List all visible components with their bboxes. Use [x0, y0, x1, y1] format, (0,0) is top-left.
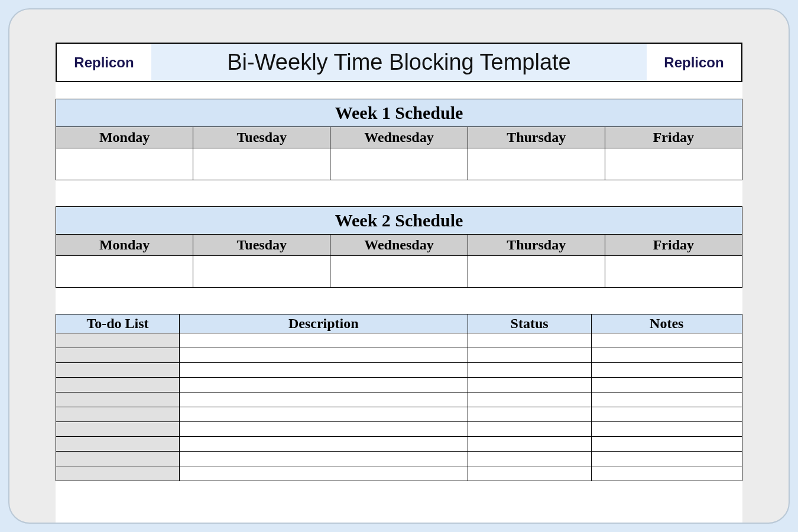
table-row [56, 437, 742, 452]
todo-cell[interactable] [591, 452, 742, 466]
todo-cell[interactable] [591, 348, 742, 363]
todo-cell[interactable] [591, 378, 742, 392]
brand-logo-left: Replicon [57, 44, 151, 81]
table-row [56, 333, 742, 348]
week1-cell-monday[interactable] [56, 148, 193, 180]
todo-cell[interactable] [468, 422, 591, 437]
todo-cell[interactable] [56, 333, 180, 348]
todo-cell[interactable] [56, 437, 180, 452]
todo-cell[interactable] [179, 363, 468, 378]
table-row [56, 348, 742, 363]
week2-day-wednesday: Wednesday [330, 235, 468, 256]
table-row [56, 452, 742, 466]
page-title: Bi-Weekly Time Blocking Template [151, 44, 647, 81]
week1-heading: Week 1 Schedule [56, 99, 742, 127]
todo-cell[interactable] [468, 466, 591, 481]
todo-cell[interactable] [56, 407, 180, 422]
todo-cell[interactable] [179, 422, 468, 437]
week1-day-wednesday: Wednesday [330, 127, 468, 148]
todo-cell[interactable] [179, 407, 468, 422]
todo-cell[interactable] [468, 378, 591, 392]
todo-cell[interactable] [591, 363, 742, 378]
table-row [56, 466, 742, 481]
todo-cell[interactable] [179, 452, 468, 466]
week1-day-tuesday: Tuesday [193, 127, 330, 148]
todo-cell[interactable] [591, 392, 742, 407]
todo-cell[interactable] [468, 452, 591, 466]
todo-cell[interactable] [591, 333, 742, 348]
todo-cell[interactable] [179, 437, 468, 452]
week2-cell-wednesday[interactable] [330, 256, 468, 288]
table-row [56, 407, 742, 422]
week2-table: Week 2 Schedule Monday Tuesday Wednesday… [56, 206, 742, 288]
todo-cell[interactable] [468, 333, 591, 348]
brand-logo-right: Replicon [647, 44, 741, 81]
todo-col-description: Description [179, 314, 468, 333]
todo-cell[interactable] [56, 422, 180, 437]
todo-cell[interactable] [591, 437, 742, 452]
week2-day-monday: Monday [56, 235, 193, 256]
page-surface: Replicon Bi-Weekly Time Blocking Templat… [56, 43, 742, 523]
title-bar: Replicon Bi-Weekly Time Blocking Templat… [56, 43, 742, 82]
todo-cell[interactable] [56, 466, 180, 481]
table-row [56, 422, 742, 437]
week2-day-friday: Friday [605, 235, 742, 256]
todo-cell[interactable] [56, 348, 180, 363]
todo-cell[interactable] [179, 333, 468, 348]
todo-cell[interactable] [468, 392, 591, 407]
todo-col-list: To-do List [56, 314, 180, 333]
week1-cell-thursday[interactable] [468, 148, 605, 180]
todo-col-status: Status [468, 314, 591, 333]
todo-cell[interactable] [56, 378, 180, 392]
todo-cell[interactable] [468, 437, 591, 452]
todo-col-notes: Notes [591, 314, 742, 333]
todo-cell[interactable] [179, 466, 468, 481]
week2-cell-friday[interactable] [605, 256, 742, 288]
table-row [56, 363, 742, 378]
week2-cell-thursday[interactable] [468, 256, 605, 288]
week2-day-tuesday: Tuesday [193, 235, 330, 256]
todo-cell[interactable] [591, 422, 742, 437]
week1-table: Week 1 Schedule Monday Tuesday Wednesday… [56, 99, 742, 180]
todo-table: To-do List Description Status Notes [56, 314, 742, 481]
week2-day-thursday: Thursday [468, 235, 605, 256]
week1-day-monday: Monday [56, 127, 193, 148]
todo-cell[interactable] [56, 452, 180, 466]
week1-cell-friday[interactable] [605, 148, 742, 180]
todo-cell[interactable] [179, 378, 468, 392]
week2-heading: Week 2 Schedule [56, 207, 742, 235]
todo-cell[interactable] [56, 392, 180, 407]
todo-cell[interactable] [56, 363, 180, 378]
todo-cell[interactable] [468, 348, 591, 363]
week1-cell-tuesday[interactable] [193, 148, 330, 180]
todo-cell[interactable] [468, 407, 591, 422]
todo-cell[interactable] [468, 363, 591, 378]
todo-cell[interactable] [179, 348, 468, 363]
todo-cell[interactable] [591, 407, 742, 422]
table-row [56, 378, 742, 392]
week2-cell-monday[interactable] [56, 256, 193, 288]
week1-day-thursday: Thursday [468, 127, 605, 148]
table-row [56, 392, 742, 407]
week2-cell-tuesday[interactable] [193, 256, 330, 288]
todo-cell[interactable] [591, 466, 742, 481]
week1-cell-wednesday[interactable] [330, 148, 468, 180]
outer-frame: Replicon Bi-Weekly Time Blocking Templat… [8, 8, 790, 524]
week1-day-friday: Friday [605, 127, 742, 148]
todo-cell[interactable] [179, 392, 468, 407]
